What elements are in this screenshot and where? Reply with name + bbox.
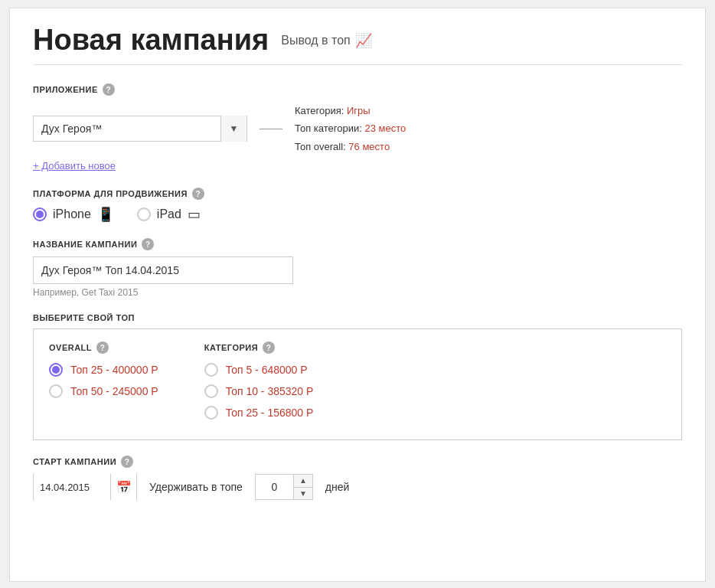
campaign-name-hint: Например, Get Taxi 2015 bbox=[33, 287, 682, 298]
iphone-icon: 📱 bbox=[97, 206, 114, 223]
app-divider bbox=[260, 129, 282, 129]
overall-column: OVERALL ? Топ 25 - 400000 Р Топ 50 - 245… bbox=[49, 341, 158, 427]
platform-section: ПЛАТФОРМА ДЛЯ ПРОДВИЖЕНИЯ ? iPhone 📱 iPa… bbox=[33, 188, 682, 223]
overall-option-1[interactable]: Топ 50 - 245000 Р bbox=[49, 384, 158, 398]
iphone-label: iPhone bbox=[53, 207, 91, 221]
iphone-radio[interactable] bbox=[33, 207, 47, 221]
category-radio-2[interactable] bbox=[204, 406, 218, 420]
category-radio-0[interactable] bbox=[204, 363, 218, 377]
app-select-value: Дух Героя™ bbox=[34, 122, 220, 135]
category-option-0[interactable]: Топ 5 - 648000 Р bbox=[204, 363, 314, 377]
add-new-link[interactable]: + Добавить новое bbox=[33, 160, 116, 172]
subtitle-text: Вывод в топ bbox=[281, 34, 350, 47]
category-option-1[interactable]: Топ 10 - 385320 Р bbox=[204, 384, 314, 398]
start-section-label: СТАРТ КАМПАНИИ ? bbox=[33, 456, 682, 468]
days-stepper: 0 ▲ ▼ bbox=[255, 474, 313, 500]
platform-help-icon[interactable]: ? bbox=[192, 188, 204, 200]
date-input[interactable] bbox=[34, 474, 110, 500]
app-section: ПРИЛОЖЕНИЕ ? Дух Героя™ ▼ Категория: Игр… bbox=[33, 83, 682, 172]
overall-radio-inner-0 bbox=[52, 366, 60, 374]
ipad-radio[interactable] bbox=[137, 207, 151, 221]
overall-radio-0[interactable] bbox=[49, 363, 63, 377]
ipad-option[interactable]: iPad ▭ bbox=[137, 206, 201, 223]
overall-radio-1[interactable] bbox=[49, 384, 63, 398]
category-column: КАТЕГОРИЯ ? Топ 5 - 648000 Р Топ 10 - 38… bbox=[204, 341, 314, 427]
date-input-wrapper: 📅 bbox=[33, 474, 137, 500]
days-value: 0 bbox=[256, 475, 294, 499]
category-label-2: Топ 25 - 156800 Р bbox=[226, 407, 314, 419]
chart-icon: 📈 bbox=[355, 32, 372, 49]
category-label-1: Топ 10 - 385320 Р bbox=[226, 385, 314, 397]
days-label: дней bbox=[325, 481, 350, 493]
top-section-label: ВЫБЕРИТЕ СВОЙ ТОП bbox=[33, 313, 682, 322]
top-overall-line: Топ overall: 76 место bbox=[295, 138, 406, 155]
hold-label: Удерживать в топе bbox=[149, 481, 243, 493]
category-label-0: Топ 5 - 648000 Р bbox=[226, 364, 308, 376]
overall-label-0: Топ 25 - 400000 Р bbox=[70, 364, 158, 376]
overall-help-icon[interactable]: ? bbox=[96, 341, 109, 354]
stepper-up-button[interactable]: ▲ bbox=[294, 475, 312, 488]
top-category-line: Топ категории: 23 место bbox=[295, 119, 406, 137]
campaign-name-input[interactable] bbox=[33, 256, 293, 284]
platform-section-label: ПЛАТФОРМА ДЛЯ ПРОДВИЖЕНИЯ ? bbox=[33, 188, 682, 200]
category-column-title: КАТЕГОРИЯ ? bbox=[204, 341, 314, 354]
stepper-buttons: ▲ ▼ bbox=[294, 475, 312, 499]
category-line: Категория: Игры bbox=[295, 102, 406, 119]
app-section-label: ПРИЛОЖЕНИЕ ? bbox=[33, 83, 682, 96]
campaign-name-help-icon[interactable]: ? bbox=[142, 238, 154, 250]
app-select-row: Дух Героя™ ▼ Категория: Игры Топ категор… bbox=[33, 102, 682, 155]
page-container: Новая кампания Вывод в топ 📈 ПРИЛОЖЕНИЕ … bbox=[9, 8, 706, 582]
ipad-label: iPad bbox=[157, 207, 181, 221]
app-select-wrapper[interactable]: Дух Героя™ ▼ bbox=[33, 116, 247, 142]
category-radio-1[interactable] bbox=[204, 384, 218, 398]
top-section: ВЫБЕРИТЕ СВОЙ ТОП OVERALL ? Топ 25 - 400… bbox=[33, 313, 682, 440]
overall-option-0[interactable]: Топ 25 - 400000 Р bbox=[49, 363, 158, 377]
stepper-down-button[interactable]: ▼ bbox=[294, 488, 312, 500]
overall-column-title: OVERALL ? bbox=[49, 341, 158, 354]
start-help-icon[interactable]: ? bbox=[121, 456, 133, 468]
calendar-button[interactable]: 📅 bbox=[110, 474, 136, 500]
campaign-name-section: НАЗВАНИЕ КАМПАНИИ ? Например, Get Taxi 2… bbox=[33, 238, 682, 298]
ipad-icon: ▭ bbox=[188, 206, 201, 223]
iphone-option[interactable]: iPhone 📱 bbox=[33, 206, 114, 223]
platform-row: iPhone 📱 iPad ▭ bbox=[33, 206, 682, 223]
start-section: СТАРТ КАМПАНИИ ? 📅 Удерживать в топе 0 ▲… bbox=[33, 456, 682, 500]
campaign-name-label: НАЗВАНИЕ КАМПАНИИ ? bbox=[33, 238, 682, 250]
category-help-icon[interactable]: ? bbox=[263, 341, 275, 354]
app-select-arrow[interactable]: ▼ bbox=[220, 116, 246, 142]
page-subtitle: Вывод в топ 📈 bbox=[281, 32, 371, 49]
app-info: Категория: Игры Топ категории: 23 место … bbox=[295, 102, 406, 155]
iphone-radio-inner bbox=[36, 211, 44, 218]
page-title: Новая кампания bbox=[33, 24, 269, 57]
overall-label-1: Топ 50 - 245000 Р bbox=[70, 385, 158, 397]
category-option-2[interactable]: Топ 25 - 156800 Р bbox=[204, 406, 314, 420]
top-columns: OVERALL ? Топ 25 - 400000 Р Топ 50 - 245… bbox=[49, 341, 666, 427]
page-header: Новая кампания Вывод в топ 📈 bbox=[33, 24, 682, 65]
top-select-box: OVERALL ? Топ 25 - 400000 Р Топ 50 - 245… bbox=[33, 328, 682, 440]
start-row: 📅 Удерживать в топе 0 ▲ ▼ дней bbox=[33, 474, 682, 500]
app-help-icon[interactable]: ? bbox=[103, 83, 115, 96]
